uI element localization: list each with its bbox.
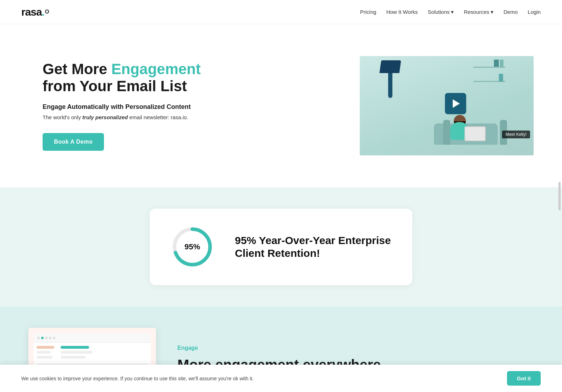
video-play-button[interactable] bbox=[445, 93, 466, 114]
nav-how-it-works[interactable]: How It Works bbox=[386, 9, 418, 15]
hero-headline-second: from Your Email List bbox=[43, 78, 187, 94]
scrollbar[interactable] bbox=[558, 182, 561, 210]
hero-text: Get More Engagement from Your Email List… bbox=[43, 61, 201, 151]
nav-pricing[interactable]: Pricing bbox=[360, 9, 376, 15]
cookie-accept-button[interactable]: Got it bbox=[507, 371, 541, 386]
logo-circle-icon bbox=[45, 10, 49, 13]
hero-sub: The world's only truly personalized emai… bbox=[43, 114, 201, 120]
video-container: Meet Kelly! ▶ 1:47 [CC] 🔊 ⚙ ⛶ bbox=[360, 56, 534, 155]
lamp-shade-icon bbox=[379, 60, 401, 73]
book-demo-button[interactable]: Book A Demo bbox=[43, 133, 104, 151]
video-scene: Meet Kelly! bbox=[360, 56, 534, 155]
navbar: rasa . Pricing How It Works Solutions ▾ … bbox=[0, 0, 562, 24]
hero-video: Meet Kelly! ▶ 1:47 [CC] 🔊 ⚙ ⛶ bbox=[360, 56, 534, 155]
hero-sub-end: email newsletter: rasa.io. bbox=[128, 114, 188, 120]
nav-resources[interactable]: Resources ▾ bbox=[464, 9, 494, 15]
hero-sub-italic: truly personalized bbox=[82, 114, 128, 120]
nav-login[interactable]: Login bbox=[528, 9, 541, 15]
donut-chart: 95% bbox=[171, 226, 214, 268]
stats-description: 95% Year-Over-Year Enterprise Client Ret… bbox=[235, 234, 391, 260]
screenshot-header bbox=[34, 333, 151, 343]
sofa-arm-icon bbox=[443, 120, 450, 145]
logo[interactable]: rasa . bbox=[21, 6, 49, 18]
nav-demo[interactable]: Demo bbox=[503, 9, 518, 15]
book-icon-3 bbox=[499, 74, 503, 82]
stats-section: 95% 95% Year-Over-Year Enterprise Client… bbox=[0, 187, 562, 307]
cookie-text: We use cookies to improve your experienc… bbox=[21, 376, 254, 381]
hero-headline: Get More Engagement from Your Email List bbox=[43, 61, 201, 95]
screenshot-tab-2 bbox=[41, 337, 44, 339]
hero-headline-accent: Engagement bbox=[111, 61, 201, 77]
logo-text: rasa bbox=[21, 6, 42, 18]
nav-links: Pricing How It Works Solutions ▾ Resourc… bbox=[360, 9, 541, 15]
screenshot-tab-5 bbox=[53, 337, 55, 339]
cookie-banner: We use cookies to improve your experienc… bbox=[0, 365, 562, 392]
hero-headline-plain: Get More bbox=[43, 61, 107, 77]
hero-sub-plain: The world's only bbox=[43, 114, 82, 120]
stats-card: 95% 95% Year-Over-Year Enterprise Client… bbox=[150, 209, 412, 285]
book-icon bbox=[500, 60, 503, 67]
hero-tagline: Engage Automatically with Personalized C… bbox=[43, 103, 201, 111]
donut-label: 95% bbox=[171, 226, 214, 268]
screenshot-tab-4 bbox=[49, 337, 51, 339]
engage-label: Engage bbox=[177, 345, 534, 351]
book-icon-2 bbox=[494, 60, 499, 67]
screenshot-tab-3 bbox=[45, 337, 48, 339]
nav-solutions[interactable]: Solutions ▾ bbox=[428, 9, 454, 15]
hero-section: Get More Engagement from Your Email List… bbox=[0, 24, 562, 187]
logo-dot-icon: . bbox=[42, 6, 45, 18]
screenshot-tab-1 bbox=[37, 337, 40, 339]
laptop-icon bbox=[464, 126, 486, 141]
video-caption: Meet Kelly! bbox=[502, 131, 530, 138]
play-triangle-icon bbox=[453, 99, 460, 108]
